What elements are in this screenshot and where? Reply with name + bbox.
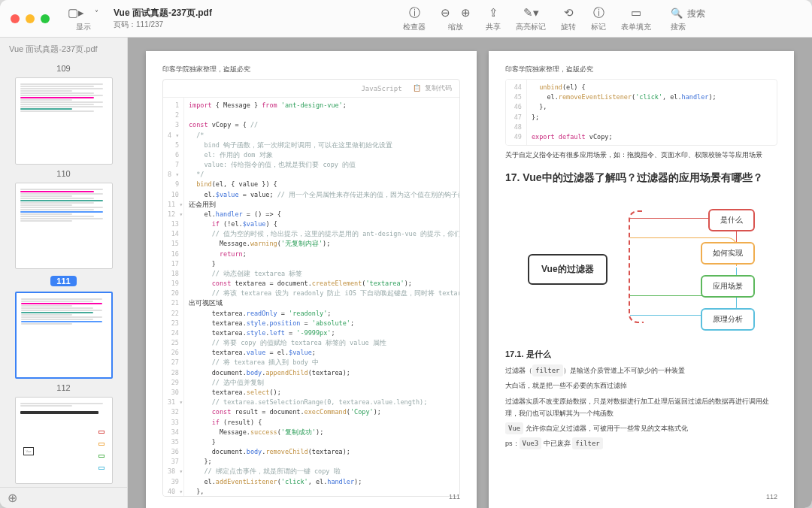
page-111: 印客学院独家整理，盗版必究 JavaScript 📋 复制代码 1234 ▾56… [146,51,477,508]
info-icon: ⓘ [409,6,420,20]
thumb-110[interactable] [15,183,113,270]
minimize-icon[interactable] [26,14,35,23]
sidebar-doc-name: Vue 面试真题-237页.pdf [0,38,127,61]
mind-node-1: 是什么 [708,209,755,231]
highlight-icon: ✎▾ [523,6,539,20]
mind-node-3: 应用场景 [701,275,755,298]
current-page-badge: 111 [50,276,76,286]
zoom-out-icon[interactable]: ⊖ [441,6,450,20]
highlight-button[interactable]: ✎▾ 高亮标记 [508,0,553,37]
code-source: import { Message } from 'ant-design-vue'… [184,98,459,496]
mind-node-2: 如何实现 [701,242,755,265]
search-icon: 🔍 [671,8,683,19]
rotate-button[interactable]: ⟲ 旋转 [553,0,583,37]
search-input[interactable] [687,5,800,22]
sidebar-toggle[interactable]: ▢▸˅ 显示 [60,0,106,37]
thumb-111[interactable] [15,292,113,379]
code-lang: JavaScript [361,85,401,92]
page-number: 112 [766,493,777,500]
form-button[interactable]: ▭ 表单填充 [614,0,659,37]
page-indicator: 页码：111/237 [114,20,212,30]
window-controls [0,14,60,23]
markup-button[interactable]: ⓘ 标记 [583,0,614,37]
titlebar: ▢▸˅ 显示 Vue 面试真题-237页.pdf 页码：111/237 ⓘ 检查… [0,0,812,38]
page-112: 印客学院独家整理，盗版必究 444546474849 unbind(el) { … [489,51,794,508]
form-icon: ▭ [631,6,641,20]
code-block: JavaScript 📋 复制代码 1234 ▾5678 ▾91011 ▾12 … [162,79,460,497]
markup-icon: ⓘ [593,6,604,20]
inspector-button[interactable]: ⓘ 检查器 [395,0,433,37]
app-window: ▢▸˅ 显示 Vue 面试真题-237页.pdf 页码：111/237 ⓘ 检查… [0,0,812,508]
zoom-icon[interactable] [41,14,50,23]
zoom-in-icon[interactable]: ⊕ [461,6,471,20]
copy-code-button[interactable]: 📋 复制代码 [413,83,452,93]
add-icon[interactable]: ⊕ [8,491,17,505]
document-title: Vue 面试真题-237页.pdf [114,7,212,20]
share-icon: ⇪ [489,6,498,20]
thumb-112[interactable]: Vue [15,397,113,484]
thumbnail-sidebar: Vue 面试真题-237页.pdf 109 110 111 112 [0,38,128,508]
line-gutter: 1234 ▾5678 ▾91011 ▾12 ▾13141516171819202… [163,98,184,496]
page-number: 111 [449,493,460,500]
mindmap-root: Vue的过滤器 [528,254,607,285]
pdf-viewer[interactable]: 印客学院独家整理，盗版必究 JavaScript 📋 复制代码 1234 ▾56… [128,38,812,508]
thumb-109[interactable] [15,77,113,165]
question-17-heading: 17. Vue中的过滤器了解吗？过滤器的应用场景有哪些？ [505,171,777,185]
share-button[interactable]: ⇪ 共享 [478,0,508,37]
close-icon[interactable] [11,14,20,23]
mindmap: Vue的过滤器 是什么 如何实现 应用场景 原理分析 [505,195,777,338]
rotate-icon: ⟲ [564,6,574,20]
zoom-controls[interactable]: ⊖⊕ 缩放 [433,0,478,37]
sidebar-icon: ▢▸ [68,6,84,20]
sidebar-footer: ⊕ [0,487,127,508]
mind-node-4: 原理分析 [701,308,755,331]
